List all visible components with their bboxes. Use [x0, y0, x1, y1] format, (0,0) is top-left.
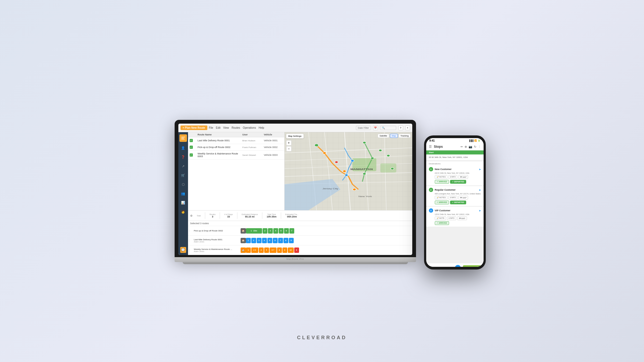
menu-routes[interactable]: Routes [232, 126, 240, 129]
info-button-2[interactable]: ℹ INFO [448, 196, 458, 200]
stat-estimated-label: Estimated Tra... [285, 213, 299, 215]
route-row-3[interactable]: ✓ Weekly Service & Maintenance Route 000… [188, 151, 284, 160]
departed-button-2[interactable]: ✓ DEPARTED [450, 201, 466, 204]
menu-file[interactable]: File [209, 126, 213, 129]
stop-status-1: ✓ ARRIVED ✓ DEPARTED [429, 180, 481, 184]
svg-point-14 [314, 144, 318, 147]
plus-circle-icon[interactable]: ⊕ [465, 145, 467, 149]
phone-screen: 9:41 ▐▐▐ 📶 🔋 ☰ Stops ✏ ⊕ 📷 ↻ [426, 138, 484, 267]
arrived-button-2[interactable]: ✓ ARRIVED [435, 201, 449, 204]
tl-menu-2[interactable]: ⋮ [188, 239, 192, 242]
timeline-wrapper: ⋮ Pick-up & Drop-off Route 0002 🏠 1 15m … [188, 226, 412, 255]
navigate-button[interactable]: ➤ [455, 265, 461, 267]
plan-new-route-button[interactable]: + Plan New Route [181, 125, 207, 130]
stat-divider-5 [281, 212, 281, 219]
tl-home-3[interactable]: 🏠 [241, 248, 246, 253]
sidebar-question-icon[interactable]: ❓ [180, 154, 186, 160]
stop-item-1: 1 New Customer ➤ 222 E 34th St, New York… [426, 165, 484, 185]
arrived-button-1[interactable]: ✓ ARRIVED [435, 180, 449, 184]
sidebar-chart-icon[interactable]: 📊 [180, 200, 186, 206]
stat-estimated-value: 05h:20m [287, 215, 297, 218]
stop-status-2: ✓ ARRIVED ✓ DEPARTED [429, 201, 481, 204]
stat-total-time-value: 10h:35m [267, 215, 277, 218]
notes-button-1[interactable]: 📝 NOTES [435, 175, 447, 179]
add-icon[interactable]: + [405, 125, 410, 130]
search-input[interactable]: 🔍 [380, 126, 396, 130]
menu-operations[interactable]: Operations [243, 126, 256, 129]
sidebar-users-icon[interactable]: 👤 [180, 145, 186, 151]
stop-nav-1[interactable]: ➤ [479, 168, 481, 171]
edit-icon[interactable]: ✏ [461, 145, 463, 149]
sidebar-person-icon[interactable]: 🧑 [180, 209, 186, 215]
timeline-section: Selected 3 routes ⋮ Pick-up & Drop-off R… [188, 221, 412, 255]
stop-header-1: 1 New Customer ➤ [429, 167, 481, 171]
tl-sub-3: Adam Jones [194, 250, 239, 252]
stop-item-3: 3 VIP Customer ➤ 125 E 54th St, New York… [426, 207, 484, 227]
tl-seg-3-1: 1 [246, 248, 251, 253]
sidebar-cart-icon[interactable]: 🛒 [180, 172, 186, 178]
sidebar-chat-icon[interactable]: 💬 [180, 247, 186, 253]
calendar-icon[interactable]: 📅 [373, 125, 378, 130]
route-user-2: Frank Pullman [242, 146, 264, 149]
map-area: MANHATTAN Jersey City New York Map Setti… [285, 132, 412, 210]
sidebar-routes-icon[interactable]: ↗ [180, 163, 186, 169]
more-icon[interactable]: ⋮ [478, 145, 481, 149]
route-name-cell-2: Pick-up & Drop-off Route 0002 [198, 146, 242, 149]
stat-distance: Estimated Distance 55.15 mi [242, 213, 258, 218]
route-row-2[interactable]: ✓ Pick-up & Drop-off Route 0002 Frank Pu… [188, 144, 284, 151]
hamburger-icon[interactable]: ☰ [429, 145, 432, 149]
svg-point-25 [387, 154, 390, 157]
zoom-out-button[interactable]: − [286, 146, 292, 152]
laptop-base [175, 257, 416, 262]
tl-seg-3-7: 9 [282, 248, 287, 253]
help-icon[interactable]: ? [398, 125, 403, 130]
date-filter[interactable]: Date Filter [356, 126, 371, 130]
route-checkbox-3[interactable]: ✓ [190, 153, 193, 157]
optimize-button[interactable]: OPTIMIZE [463, 265, 481, 267]
svg-text:New York: New York [358, 195, 372, 198]
svg-line-6 [308, 132, 317, 210]
map-button-1[interactable]: 🗺 MAP [458, 175, 468, 179]
stop-nav-3[interactable]: ➤ [479, 209, 481, 212]
sidebar-team-icon[interactable]: 👥 [180, 191, 186, 197]
settings-gear-icon[interactable]: ⚙ [190, 214, 193, 217]
sidebar-layers-icon[interactable]: ⬡ [180, 182, 186, 187]
routes-panel: Route Name User Vehicle ✓ Last Mile Deli… [188, 132, 412, 210]
stop-nav-2[interactable]: ➤ [479, 189, 481, 191]
departed-button-1[interactable]: ✓ DEPARTED [450, 180, 466, 184]
app-ui: + Plan New Route File Edit View Routes O… [178, 124, 412, 255]
svg-point-26 [391, 168, 394, 170]
video-icon[interactable]: 📷 [469, 145, 472, 149]
zoom-in-button[interactable]: + [286, 140, 292, 146]
menu-view[interactable]: View [223, 126, 229, 129]
route-name-cell-3: Weekly Service & Maintenance Route 0003 [198, 152, 242, 158]
map-button[interactable]: Map [390, 134, 398, 138]
route-checkbox-2[interactable]: ✓ [190, 146, 193, 149]
tl-label-1: Pick-up & Drop-off Route 0002 [192, 230, 241, 232]
notes-button-2[interactable]: 📝 NOTES [435, 196, 447, 200]
tl-menu-1[interactable]: ⋮ [188, 229, 192, 232]
refresh-icon[interactable]: ↻ [474, 145, 476, 149]
stop-name-2: Regular Customer [435, 189, 477, 191]
stat-divider-1 [205, 212, 205, 219]
route-checkbox-1[interactable]: ✓ [190, 139, 193, 142]
info-button-1[interactable]: ℹ INFO [448, 175, 458, 179]
info-button-3[interactable]: ℹ INFO [447, 216, 456, 220]
note-button-3[interactable]: 📝 NOTE [435, 216, 446, 220]
map-background: MANHATTAN Jersey City New York Map Setti… [285, 132, 412, 210]
map-button-3[interactable]: 🗺 MAP [457, 216, 467, 220]
map-button-2[interactable]: 🗺 MAP [458, 196, 468, 200]
route-row[interactable]: ✓ Last Mile Delivery Route 0001 Brian Hu… [188, 137, 284, 144]
tracking-button[interactable]: Tracking [399, 134, 410, 138]
tl-home-2[interactable]: 🏠 [241, 238, 246, 243]
phone-footer: of 15 addresses are visited ➤ OPTIMIZE [426, 263, 484, 267]
tl-seg-3-5: 6 7 [270, 248, 277, 253]
tl-menu-3[interactable]: ⋮ [188, 249, 192, 252]
route-name-cell-1: Last Mile Delivery Route 0001 [198, 139, 242, 142]
satellite-button[interactable]: Satellite [378, 134, 389, 138]
arrived-button-3[interactable]: ✓ ARRIVED [435, 221, 449, 225]
menu-edit[interactable]: Edit [216, 126, 220, 129]
stop-actions-2: 📝 NOTES ℹ INFO 🗺 MAP [429, 196, 481, 200]
menu-help[interactable]: Help [259, 126, 264, 129]
tl-home-1[interactable]: 🏠 [241, 228, 246, 234]
